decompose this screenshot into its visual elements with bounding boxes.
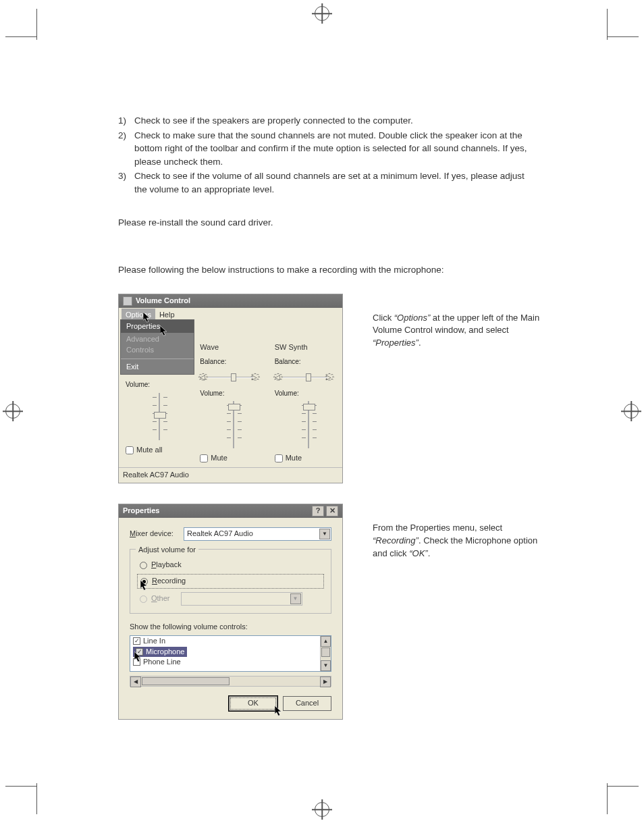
list-item[interactable]: ✓ Microphone: [133, 647, 187, 657]
list-number: 3): [118, 169, 134, 183]
mixer-label: Mixer device:: [130, 529, 184, 539]
volume-label: Volume:: [126, 380, 193, 390]
list-item[interactable]: Phone Line: [130, 657, 331, 667]
volume-panel: Wave Balance: ◁҈ ▷҈ Volume:: [193, 322, 267, 467]
volume-control-window: Volume Control Options Help Properties A…: [118, 294, 343, 484]
volume-label: Volume:: [275, 389, 342, 399]
volume-panel: SW Synth Balance: ◁҈ ▷҈ Volume:: [268, 322, 342, 467]
list-item: 1)Check to see if the speakers are prope…: [118, 114, 550, 128]
cancel-button[interactable]: Cancel: [283, 696, 331, 711]
panel-name: SW Synth: [275, 342, 342, 353]
instruction-list: 1)Check to see if the speakers are prope…: [118, 114, 550, 196]
volume-slider[interactable]: [220, 401, 247, 448]
dropdown-properties[interactable]: Properties: [121, 320, 194, 334]
window-title: Volume Control: [136, 296, 190, 307]
radio-other: Other ▼: [137, 591, 324, 607]
status-bar: Realtek AC97 Audio: [119, 467, 342, 483]
dropdown-advanced[interactable]: Advanced Controls: [121, 333, 194, 357]
radio-playback[interactable]: Playback: [137, 558, 324, 572]
group-legend: Adjust volume for: [136, 545, 198, 556]
window-titlebar[interactable]: Volume Control: [119, 294, 342, 308]
speaker-left-icon: ◁҈: [200, 373, 208, 383]
list-label: Show the following volume controls:: [130, 622, 331, 633]
registration-mark-icon: [315, 6, 329, 21]
side-text-1: Click “Options” at the upper left of the…: [373, 312, 550, 350]
mixer-device-select[interactable]: Realtek AC97 Audio ▼: [184, 527, 331, 541]
checkbox-icon[interactable]: [133, 658, 140, 666]
list-text: Check to make sure that the sound channe…: [134, 129, 539, 169]
mute-all-checkbox[interactable]: Mute all: [126, 443, 193, 459]
ok-button[interactable]: OK: [229, 696, 277, 711]
balance-slider[interactable]: ◁҈ ▷҈: [200, 369, 267, 385]
vertical-scrollbar[interactable]: ▲ ▼: [320, 636, 331, 671]
radio-icon: [140, 595, 147, 603]
balance-label: Balance:: [200, 357, 267, 367]
intro-text: Please following the below instructions …: [118, 263, 550, 277]
crop-mark: [5, 786, 36, 787]
crop-mark: [5, 36, 36, 37]
speaker-left-icon: ◁҈: [275, 373, 283, 383]
mute-checkbox[interactable]: Mute: [200, 451, 267, 467]
volume-label: Volume:: [200, 389, 267, 399]
page-content: 1)Check to see if the speakers are prope…: [118, 114, 550, 720]
volume-slider[interactable]: [146, 393, 173, 440]
list-number: 2): [118, 129, 134, 142]
radio-recording[interactable]: Recording: [137, 574, 324, 589]
checkbox-icon[interactable]: ✓: [136, 648, 143, 656]
reinstall-text: Please re-install the sound card driver.: [118, 216, 550, 230]
registration-mark-icon: [624, 404, 639, 419]
registration-mark-icon: [315, 802, 329, 817]
list-item[interactable]: ✓ Line In: [130, 636, 331, 646]
panel-name: Wave: [200, 342, 267, 353]
scroll-down-icon[interactable]: ▼: [321, 660, 331, 671]
crop-mark: [607, 9, 608, 40]
horizontal-scrollbar[interactable]: ◀ ▶: [130, 676, 331, 687]
crop-mark: [36, 9, 37, 40]
crop-mark: [36, 783, 37, 814]
scroll-left-icon[interactable]: ◀: [130, 676, 141, 687]
crop-mark: [607, 783, 608, 814]
list-item: 2)Check to make sure that the sound chan…: [118, 129, 550, 169]
crop-mark: [608, 36, 639, 37]
adjust-volume-group: Adjust volume for Playback Recording: [130, 549, 331, 614]
menubar: Options Help Properties Advanced Control…: [119, 308, 342, 323]
properties-dialog: Properties ? ✕ Mixer device: Realtek AC9…: [118, 504, 343, 720]
chevron-down-icon: ▼: [319, 529, 330, 539]
chevron-down-icon: ▼: [290, 593, 301, 604]
crop-mark: [608, 786, 639, 787]
balance-slider[interactable]: ◁҈ ▷҈: [275, 369, 342, 385]
list-item: 3)Check to see if the volume of all soun…: [118, 169, 550, 196]
radio-icon: [140, 578, 148, 585]
mute-checkbox[interactable]: Mute: [275, 451, 342, 467]
list-text: Check to see if the speakers are properl…: [134, 114, 539, 128]
scrollbar-thumb[interactable]: [142, 677, 230, 685]
options-dropdown: Properties Advanced Controls Exit: [120, 319, 194, 375]
app-icon: [123, 296, 132, 306]
scroll-right-icon[interactable]: ▶: [320, 676, 331, 687]
balance-label: Balance:: [275, 357, 342, 367]
checkbox-icon[interactable]: ✓: [133, 637, 140, 645]
dialog-title: Properties: [123, 506, 159, 516]
list-text: Check to see if the volume of all sound …: [134, 169, 539, 196]
list-number: 1): [118, 114, 134, 128]
close-button[interactable]: ✕: [326, 506, 338, 516]
scroll-up-icon[interactable]: ▲: [321, 636, 331, 647]
radio-icon: [140, 562, 147, 569]
side-text-2: From the Properties menu, select “Record…: [373, 522, 550, 560]
scrollbar-thumb[interactable]: [321, 647, 330, 657]
dropdown-exit[interactable]: Exit: [121, 361, 194, 374]
help-button[interactable]: ?: [312, 506, 324, 516]
other-select: ▼: [181, 592, 302, 606]
dropdown-separator: [121, 359, 194, 359]
volume-controls-list[interactable]: ✓ Line In ✓ Microphone Phone: [130, 635, 331, 672]
registration-mark-icon: [5, 404, 20, 419]
volume-slider[interactable]: [295, 401, 322, 448]
dialog-titlebar[interactable]: Properties ? ✕: [119, 504, 342, 518]
